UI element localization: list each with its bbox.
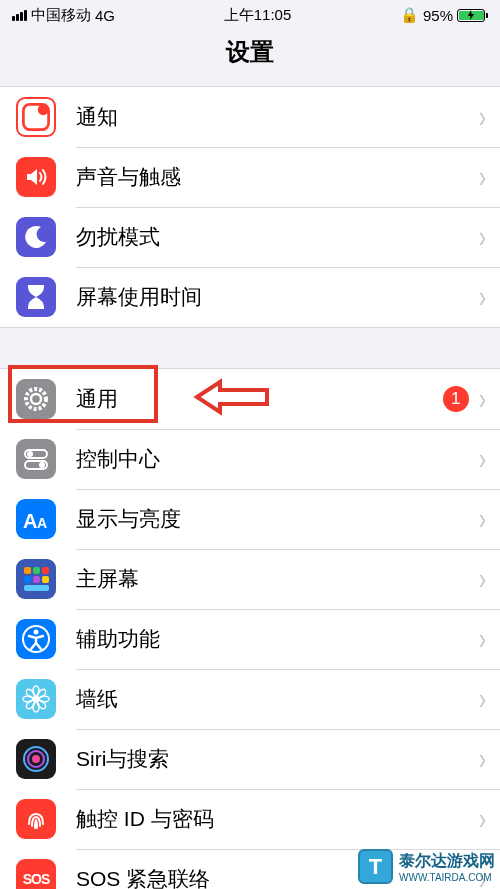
watermark: T 泰尔达游戏网 WWW.TAIRDA.COM [358,849,495,884]
chevron-right-icon: › [479,681,486,717]
battery-pct: 95% [423,7,453,24]
row-home-screen[interactable]: 主屏幕› [0,549,500,609]
row-label: 勿扰模式 [76,223,479,251]
row-notifications[interactable]: 通知› [0,87,500,147]
status-left: 中国移动 4G [12,6,115,25]
svg-text:A: A [37,515,47,531]
carrier-label: 中国移动 [31,6,91,25]
chevron-right-icon: › [479,441,486,477]
row-label: 触控 ID 与密码 [76,805,479,833]
status-bar: 中国移动 4G 上午11:05 🔒 95% [0,0,500,30]
svg-point-7 [39,462,45,468]
svg-point-1 [38,104,49,115]
row-label: 屏幕使用时间 [76,283,479,311]
gear-icon [16,379,56,419]
row-label: 主屏幕 [76,565,479,593]
grid-icon [16,559,56,599]
row-display[interactable]: AA显示与亮度› [0,489,500,549]
chevron-right-icon: › [479,279,486,315]
switches-icon [16,439,56,479]
chevron-right-icon: › [479,381,486,417]
chevron-right-icon: › [479,501,486,537]
accessibility-icon [16,619,56,659]
svg-point-3 [31,394,41,404]
sos-icon: SOS [16,859,56,889]
row-siri[interactable]: Siri与搜索› [0,729,500,789]
chevron-right-icon: › [479,741,486,777]
svg-text:A: A [23,510,37,532]
rotation-lock-icon: 🔒 [400,6,419,24]
svg-point-20 [33,686,39,696]
flower-icon [16,679,56,719]
svg-point-21 [33,702,39,712]
chevron-right-icon: › [479,99,486,135]
svg-point-24 [25,688,36,699]
row-label: 通知 [76,103,479,131]
row-touchid[interactable]: 触控 ID 与密码› [0,789,500,849]
siri-icon [16,739,56,779]
svg-point-23 [39,696,49,702]
network-label: 4G [95,7,115,24]
row-label: Siri与搜索 [76,745,479,773]
svg-rect-14 [33,576,40,583]
row-label: 通用 [76,385,443,413]
status-right: 🔒 95% [400,6,488,24]
settings-group: 通用1›控制中心›AA显示与亮度›主屏幕›辅助功能›墙纸›Siri与搜索›触控 … [0,368,500,889]
svg-point-5 [27,451,33,457]
svg-point-26 [36,688,47,699]
notification-badge: 1 [443,386,469,412]
chevron-right-icon: › [479,159,486,195]
row-general[interactable]: 通用1› [0,369,500,429]
row-label: 辅助功能 [76,625,479,653]
moon-icon [16,217,56,257]
sound-icon [16,157,56,197]
row-accessibility[interactable]: 辅助功能› [0,609,500,669]
page-title: 设置 [0,30,500,86]
chevron-right-icon: › [479,561,486,597]
row-screentime[interactable]: 屏幕使用时间› [0,267,500,327]
svg-rect-10 [24,567,31,574]
watermark-logo: T [358,849,393,884]
svg-rect-11 [33,567,40,574]
row-dnd[interactable]: 勿扰模式› [0,207,500,267]
svg-rect-12 [42,567,49,574]
settings-group: 通知›声音与触感›勿扰模式›屏幕使用时间› [0,86,500,328]
row-label: 声音与触感 [76,163,479,191]
svg-point-22 [23,696,33,702]
row-label: 显示与亮度 [76,505,479,533]
svg-point-30 [32,755,40,763]
svg-rect-15 [42,576,49,583]
row-label: 墙纸 [76,685,479,713]
watermark-sub: WWW.TAIRDA.COM [399,872,495,883]
hourglass-icon [16,277,56,317]
row-label: 控制中心 [76,445,479,473]
text-size-icon: AA [16,499,56,539]
signal-icon [12,10,27,21]
status-time: 上午11:05 [224,6,292,25]
watermark-text: 泰尔达游戏网 [399,851,495,872]
row-control-center[interactable]: 控制中心› [0,429,500,489]
notification-icon [16,97,56,137]
chevron-right-icon: › [479,219,486,255]
battery-icon [457,9,488,22]
svg-point-2 [26,389,46,409]
svg-point-18 [34,630,39,635]
svg-rect-13 [24,576,31,583]
chevron-right-icon: › [479,801,486,837]
row-sounds[interactable]: 声音与触感› [0,147,500,207]
svg-rect-16 [24,585,49,591]
row-wallpaper[interactable]: 墙纸› [0,669,500,729]
fingerprint-icon [16,799,56,839]
chevron-right-icon: › [479,621,486,657]
svg-point-27 [25,699,36,710]
svg-point-25 [36,699,47,710]
